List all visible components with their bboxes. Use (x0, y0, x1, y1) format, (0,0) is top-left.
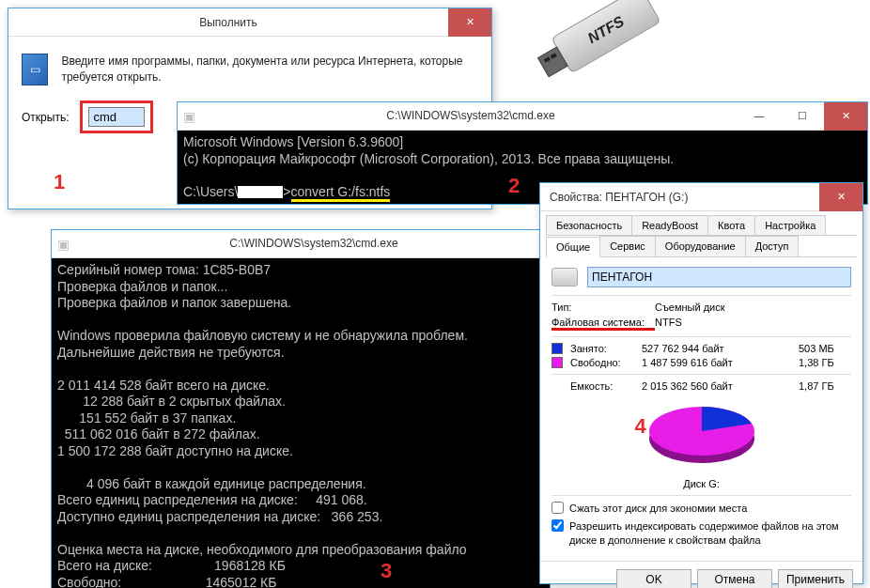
tab-квота[interactable]: Квота (707, 215, 755, 235)
run-input-highlight (80, 101, 153, 133)
run-input[interactable] (88, 107, 145, 127)
cap-label: Емкость: (570, 380, 636, 392)
compress-checkbox-row[interactable]: Сжать этот диск для экономии места (552, 502, 851, 515)
cmd-icon: ▣ (57, 237, 72, 252)
run-titlebar[interactable]: Выполнить ✕ (8, 8, 491, 37)
annotation-2: 2 (508, 174, 520, 198)
run-title: Выполнить (8, 16, 448, 29)
fs-value: NTFS (655, 317, 851, 331)
usb-drive-illustration: NTFS (551, 0, 660, 74)
tab-доступ[interactable]: Доступ (745, 236, 800, 256)
free-bytes: 1 487 599 616 байт (642, 357, 793, 368)
run-close-button[interactable]: ✕ (448, 8, 491, 37)
run-icon: ▭ (22, 54, 48, 85)
cmd-icon: ▣ (183, 109, 198, 124)
cmd1-close-button[interactable]: ✕ (824, 102, 867, 131)
annotation-1: 1 (54, 170, 65, 194)
drive-name-input[interactable] (587, 267, 851, 287)
tab-общие[interactable]: Общие (546, 237, 600, 257)
usage-pie-chart: 4 (641, 397, 763, 472)
ok-button[interactable]: OK (616, 569, 691, 588)
type-value: Съемный диск (655, 302, 851, 313)
props-tabs-row-2: ОбщиеСервисОборудованиеДоступ (546, 236, 857, 257)
usb-label: NTFS (584, 13, 627, 47)
run-description: Введите имя программы, папки, документа … (61, 54, 478, 85)
cmd1-title: C:\WINDOWS\system32\cmd.exe (204, 109, 738, 123)
cmd-window-2: ▣ C:\WINDOWS\system32\cmd.exe Серийный н… (51, 229, 551, 588)
tab-оборудование[interactable]: Оборудование (655, 236, 746, 256)
used-bytes: 527 762 944 байт (642, 343, 793, 354)
free-swatch (552, 357, 563, 368)
apply-button[interactable]: Применить (778, 569, 853, 588)
fs-label: Файловая система: (552, 317, 655, 331)
cap-bytes: 2 015 362 560 байт (642, 380, 793, 392)
disk-label: Диск G: (552, 478, 851, 489)
annotation-3: 3 (381, 559, 392, 583)
properties-dialog: Свойства: ПЕНТАГОН (G:) ✕ БезопасностьRe… (539, 182, 863, 584)
tab-безопасность[interactable]: Безопасность (546, 215, 632, 235)
tab-настройка[interactable]: Настройка (754, 215, 826, 235)
props-tabs-row-1: БезопасностьReadyBoostКвотаНастройка (546, 215, 857, 236)
cmd2-title: C:\WINDOWS\system32\cmd.exe (78, 237, 550, 251)
type-label: Тип: (552, 302, 655, 313)
masked-username (238, 186, 283, 198)
tab-readyboost[interactable]: ReadyBoost (631, 215, 708, 235)
cmd2-titlebar[interactable]: ▣ C:\WINDOWS\system32\cmd.exe (52, 230, 550, 258)
cmd1-max-button[interactable]: ☐ (781, 102, 824, 131)
tab-сервис[interactable]: Сервис (599, 236, 656, 256)
cmd1-command: convert G:/fs:ntfs (291, 184, 391, 202)
free-human: 1,38 ГБ (799, 357, 851, 368)
used-label: Занято: (570, 343, 636, 354)
index-checkbox[interactable] (552, 519, 564, 532)
cap-human: 1,87 ГБ (799, 380, 851, 392)
cmd2-body: Серийный номер тома: 1C85-B0B7 Проверка … (52, 258, 550, 588)
index-checkbox-row[interactable]: Разрешить индексировать содержимое файло… (552, 519, 851, 547)
cmd1-titlebar[interactable]: ▣ C:\WINDOWS\system32\cmd.exe — ☐ ✕ (178, 102, 867, 131)
props-close-button[interactable]: ✕ (819, 183, 862, 211)
drive-icon (552, 268, 578, 286)
compress-checkbox[interactable] (552, 502, 564, 514)
used-swatch (552, 343, 563, 354)
free-label: Свободно: (570, 357, 636, 368)
annotation-4: 4 (635, 414, 646, 439)
used-human: 503 МБ (799, 343, 851, 354)
run-open-label: Открыть: (22, 111, 69, 124)
props-titlebar[interactable]: Свойства: ПЕНТАГОН (G:) ✕ (540, 183, 862, 211)
props-title: Свойства: ПЕНТАГОН (G:) (540, 191, 819, 204)
cmd1-min-button[interactable]: — (738, 102, 781, 131)
cancel-button[interactable]: Отмена (697, 569, 772, 588)
